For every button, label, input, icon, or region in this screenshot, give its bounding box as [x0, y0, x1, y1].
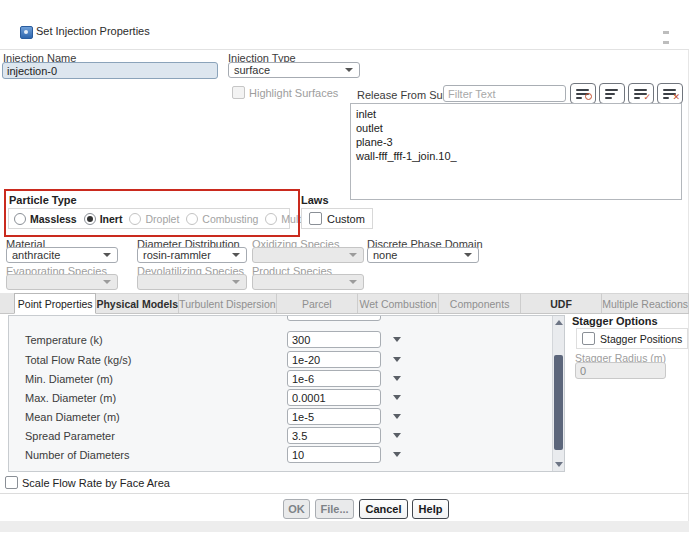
sort-list-icon — [605, 89, 618, 101]
surface-list-item[interactable]: inlet — [356, 107, 676, 121]
oxidizing-species-select — [252, 247, 364, 263]
injection-name-input[interactable] — [2, 62, 218, 79]
spread-parameter-label: Spread Parameter — [25, 430, 115, 442]
chevron-down-icon — [232, 253, 240, 257]
max-diameter-label: Max. Diameter (m) — [25, 392, 116, 404]
tab-parcel: Parcel — [277, 293, 358, 313]
chevron-down-icon[interactable] — [393, 433, 401, 438]
chevron-down-icon — [345, 68, 353, 72]
file-button: File... — [315, 499, 354, 519]
scrollbar-thumb[interactable] — [554, 355, 563, 450]
number-of-diameters-input[interactable] — [287, 446, 381, 463]
radio-inert[interactable]: Inert — [84, 213, 123, 225]
chevron-down-icon[interactable] — [393, 337, 401, 342]
surface-list-item[interactable]: wall-fff_fff-1_join.10_ — [356, 149, 676, 163]
surface-list-item[interactable]: plane-3 — [356, 135, 676, 149]
app-dialog-icon — [20, 26, 33, 39]
min-diameter-input[interactable] — [287, 370, 381, 387]
window-edge-artifact — [663, 31, 669, 34]
highlight-surfaces-label: Highlight Surfaces — [249, 87, 338, 99]
tab-turbulent-dispersion: Turbulent Dispersion — [179, 293, 277, 313]
chevron-down-icon[interactable] — [393, 376, 401, 381]
scroll-down-icon[interactable] — [555, 462, 563, 467]
laws-label: Laws — [301, 194, 329, 206]
chevron-down-icon — [103, 280, 111, 284]
temperature-input[interactable] — [287, 331, 381, 348]
tab-multiple-reactions: Multiple Reactions — [602, 293, 689, 313]
help-button[interactable]: Help — [412, 499, 449, 519]
devolatilizing-species-select — [137, 274, 247, 290]
chevron-down-icon — [232, 280, 240, 284]
bottom-window-strip — [0, 521, 689, 532]
sort-list-button[interactable] — [599, 83, 625, 104]
stagger-options-title: Stagger Options — [572, 315, 658, 327]
spread-parameter-input[interactable] — [287, 427, 381, 444]
evaporating-species-select — [6, 274, 118, 290]
chevron-down-icon — [349, 280, 357, 284]
radio-massless[interactable]: Massless — [14, 213, 77, 225]
highlight-surfaces-checkbox — [232, 86, 245, 99]
window-edge-artifact — [663, 41, 669, 44]
chevron-down-icon[interactable] — [393, 357, 401, 362]
chevron-down-icon — [464, 253, 472, 257]
tab-physical-models[interactable]: Physical Models — [96, 293, 179, 313]
radio-icon — [14, 213, 26, 225]
tab-point-properties[interactable]: Point Properties — [14, 293, 96, 314]
total-flow-rate-label: Total Flow Rate (kg/s) — [25, 354, 131, 366]
particle-type-group: Massless Inert Droplet Combusting Multic… — [8, 208, 290, 229]
stagger-positions-label: Stagger Positions — [600, 333, 682, 345]
custom-checkbox[interactable] — [309, 212, 322, 225]
scroll-up-icon[interactable] — [555, 320, 563, 325]
mean-diameter-label: Mean Diameter (m) — [25, 411, 120, 423]
scale-flow-rate-label: Scale Flow Rate by Face Area — [22, 477, 170, 489]
tab-wet-combustion: Wet Combustion — [358, 293, 439, 313]
stagger-positions-group: Stagger Positions — [576, 328, 688, 349]
point-properties-panel: Temperature (k) Total Flow Rate (kg/s) M… — [8, 315, 565, 472]
tab-udf[interactable]: UDF — [521, 293, 602, 313]
dialog-title: Set Injection Properties — [36, 25, 150, 37]
material-select[interactable]: anthracite — [6, 247, 118, 263]
max-diameter-input[interactable] — [287, 389, 381, 406]
custom-label: Custom — [327, 213, 365, 225]
chevron-down-icon[interactable] — [393, 414, 401, 419]
injection-type-select[interactable]: surface — [228, 62, 360, 78]
chevron-down-icon — [349, 253, 357, 257]
laws-custom-group: Custom — [301, 208, 373, 229]
tab-bar: Point Properties Physical Models Turbule… — [0, 293, 689, 314]
filter-list-button[interactable] — [570, 83, 596, 104]
chevron-down-icon — [103, 253, 111, 257]
surface-list-item[interactable]: outlet — [356, 121, 676, 135]
temperature-label: Temperature (k) — [25, 334, 103, 346]
particle-type-label: Particle Type — [9, 194, 77, 206]
mean-diameter-input[interactable] — [287, 408, 381, 425]
radio-icon — [186, 213, 198, 225]
chevron-down-icon[interactable] — [393, 452, 401, 457]
scrolled-off-input[interactable] — [287, 315, 381, 321]
discrete-phase-domain-select[interactable]: none — [367, 247, 479, 263]
scale-flow-rate-checkbox[interactable] — [5, 476, 18, 489]
tab-components: Components — [439, 293, 520, 313]
radio-combusting: Combusting — [186, 213, 258, 225]
ok-button: OK — [283, 499, 310, 519]
select-all-button[interactable]: ✓ — [628, 83, 654, 104]
surface-list[interactable]: inlet outlet plane-3 wall-fff_fff-1_join… — [350, 103, 682, 200]
min-diameter-label: Min. Diameter (m) — [25, 373, 113, 385]
diameter-distribution-select[interactable]: rosin-rammler — [137, 247, 247, 263]
radio-droplet: Droplet — [129, 213, 179, 225]
vertical-scrollbar[interactable] — [552, 316, 565, 471]
product-species-select — [252, 274, 364, 290]
radio-selected-icon — [84, 213, 96, 225]
radio-icon — [265, 213, 277, 225]
number-of-diameters-label: Number of Diameters — [25, 449, 130, 461]
set-injection-properties-dialog: Set Injection Properties Injection Name … — [0, 0, 689, 540]
total-flow-rate-input[interactable] — [287, 351, 381, 368]
chevron-down-icon[interactable] — [393, 395, 401, 400]
surface-filter-input[interactable] — [443, 85, 566, 102]
radio-icon — [129, 213, 141, 225]
filter-ring-glyph — [585, 93, 592, 100]
deselect-all-button[interactable]: ✕ — [657, 83, 683, 104]
stagger-radius-input — [575, 362, 666, 379]
cancel-button[interactable]: Cancel — [359, 499, 408, 519]
stagger-positions-checkbox[interactable] — [582, 332, 595, 345]
